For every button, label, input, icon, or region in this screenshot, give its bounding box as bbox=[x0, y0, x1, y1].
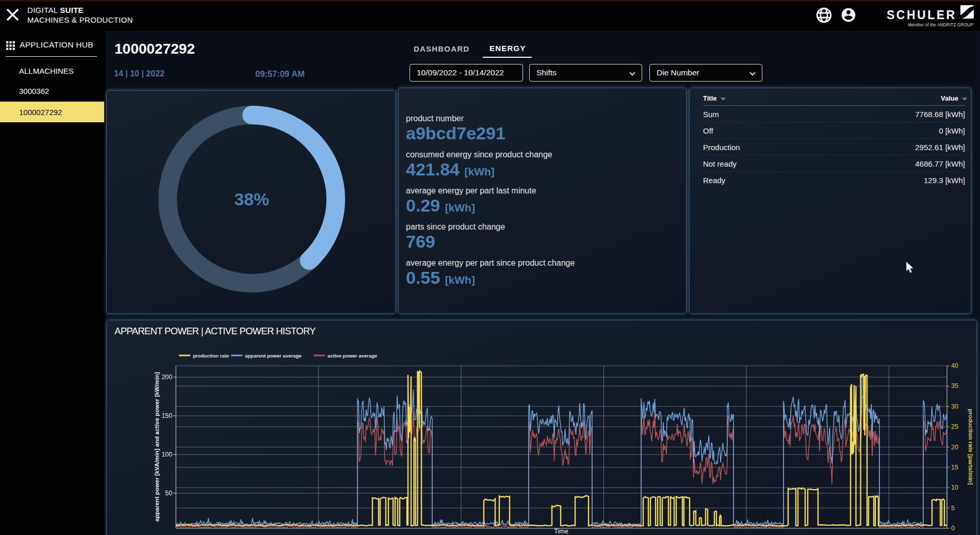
svg-text:100: 100 bbox=[161, 451, 172, 458]
svg-text:50: 50 bbox=[165, 490, 172, 497]
svg-text:5: 5 bbox=[951, 505, 955, 512]
svg-text:15: 15 bbox=[951, 464, 958, 471]
svg-text:10: 10 bbox=[951, 484, 958, 491]
svg-text:38%: 38% bbox=[234, 189, 269, 209]
svg-text:20: 20 bbox=[951, 444, 958, 451]
svg-text:Time: Time bbox=[554, 528, 568, 535]
svg-text:apparent power [kVA/min] and a: apparent power [kVA/min] and active powe… bbox=[154, 372, 160, 522]
svg-text:40: 40 bbox=[951, 362, 958, 369]
svg-text:production rate: production rate bbox=[193, 353, 229, 359]
svg-text:35: 35 bbox=[951, 382, 958, 390]
svg-text:25: 25 bbox=[951, 423, 958, 430]
svg-text:30: 30 bbox=[951, 403, 958, 410]
svg-text:apparent power average: apparent power average bbox=[245, 353, 301, 359]
svg-text:200: 200 bbox=[161, 374, 172, 381]
svg-text:0: 0 bbox=[951, 525, 955, 532]
svg-text:production rate [parts/min]: production rate [parts/min] bbox=[968, 409, 974, 485]
svg-text:active power average: active power average bbox=[328, 353, 377, 359]
svg-text:150: 150 bbox=[161, 412, 172, 419]
